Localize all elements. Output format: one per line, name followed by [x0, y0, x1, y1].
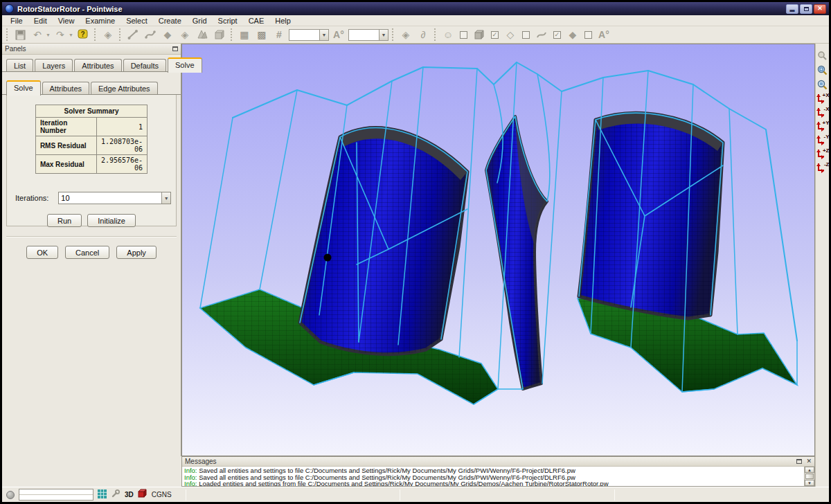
scroll-up-icon[interactable]: ▲ — [805, 467, 814, 473]
menu-script[interactable]: Script — [213, 16, 243, 26]
mask-connector-icon[interactable] — [534, 28, 549, 42]
vertex-marker[interactable] — [324, 254, 332, 262]
menu-grid[interactable]: Grid — [187, 16, 213, 26]
view-minus-x-button[interactable]: -X — [816, 107, 829, 118]
menu-create[interactable]: Create — [153, 16, 187, 26]
view-minus-z-button[interactable]: -Z — [816, 162, 829, 174]
ok-button[interactable]: OK — [26, 246, 58, 259]
boundary-icon[interactable]: ∂ — [416, 28, 431, 42]
menu-examine[interactable]: Examine — [80, 16, 120, 26]
curve-icon[interactable] — [143, 28, 158, 42]
blade-right[interactable] — [579, 113, 723, 318]
redo-dropdown-icon[interactable]: ▼ — [69, 33, 73, 37]
panels-float-icon[interactable] — [172, 46, 178, 51]
help-icon[interactable]: ? — [75, 28, 91, 42]
tab-attributes[interactable]: Attributes — [74, 59, 121, 72]
apply-button[interactable]: Apply — [116, 246, 157, 259]
menu-help[interactable]: Help — [269, 16, 296, 26]
zoom-level-icon[interactable] — [816, 78, 829, 91]
spacing-icon[interactable]: A° — [331, 28, 346, 42]
mode-3d-label[interactable]: 3D — [125, 491, 134, 498]
toolbar-grip[interactable] — [231, 28, 233, 41]
toolbar-grip[interactable] — [94, 28, 97, 41]
view-plus-z-button[interactable]: +Z — [816, 148, 829, 160]
block-icon[interactable] — [212, 28, 227, 42]
mask-domain-icon[interactable]: ◇ — [503, 28, 518, 42]
zoom-icon[interactable] — [816, 49, 829, 62]
undo-dropdown-icon[interactable]: ▼ — [46, 33, 51, 37]
3d-scene[interactable] — [182, 44, 814, 456]
tab-layers[interactable]: Layers — [35, 59, 73, 72]
tab-list[interactable]: List — [6, 59, 33, 72]
toolbar-grip[interactable] — [392, 28, 395, 41]
initialize-button[interactable]: Initialize — [87, 214, 136, 227]
unstructured-grid-icon[interactable]: ▩ — [254, 28, 269, 42]
redo-icon[interactable]: ↷ — [53, 28, 68, 42]
surface-icon[interactable]: ◈ — [177, 28, 193, 42]
mask-face-icon[interactable]: ☺ — [440, 28, 456, 42]
grid-mode-icon[interactable] — [98, 489, 107, 501]
iterations-input[interactable] — [59, 192, 161, 204]
cae-format-label[interactable]: CGNS — [152, 491, 172, 498]
tab-defaults[interactable]: Defaults — [123, 59, 166, 72]
layers-icon[interactable]: ◈ — [100, 28, 116, 42]
view-plus-y-button[interactable]: +Y — [816, 120, 829, 132]
tool-wrench-icon[interactable] — [111, 489, 120, 501]
messages-close-icon[interactable]: ✕ — [806, 458, 812, 465]
run-button[interactable]: Run — [47, 214, 82, 227]
panels-header[interactable]: Panels — [2, 44, 181, 55]
mask-spacing-icon[interactable]: A° — [596, 28, 611, 42]
subtab-attributes[interactable]: Attributes — [42, 82, 89, 95]
zoom-box-icon[interactable] — [816, 64, 829, 76]
undo-icon[interactable]: ↶ — [30, 28, 45, 42]
scroll-down-icon[interactable]: ▼ — [805, 480, 814, 486]
3d-viewport[interactable] — [181, 44, 815, 456]
spacing-combo-input[interactable] — [349, 30, 379, 40]
iterations-combo[interactable]: ▼ — [58, 192, 171, 204]
menu-cae[interactable]: CAE — [243, 16, 270, 26]
menu-file[interactable]: File — [5, 16, 28, 26]
view-plus-x-button[interactable]: +X — [816, 93, 829, 105]
save-icon[interactable] — [12, 28, 28, 42]
domain-icon[interactable]: ◆ — [160, 28, 175, 42]
dimension-combo-arrow-icon[interactable]: ▼ — [319, 30, 328, 40]
iterations-combo-arrow-icon[interactable]: ▼ — [161, 192, 170, 204]
subtab-solve[interactable]: Solve — [6, 80, 41, 96]
cae-cube-icon[interactable] — [138, 489, 148, 501]
mask-block-icon[interactable] — [472, 28, 487, 42]
messages-scrollbar[interactable]: ▲ ▼ — [805, 467, 814, 486]
mask-block-checkbox[interactable]: ✓ — [491, 31, 499, 39]
spacing-combo-arrow-icon[interactable]: ▼ — [379, 30, 388, 40]
messages-float-icon[interactable] — [796, 459, 802, 464]
scroll-thumb[interactable] — [805, 474, 814, 479]
toolbar-grip[interactable] — [434, 28, 437, 41]
mask-domain-checkbox[interactable] — [522, 31, 530, 39]
close-button[interactable]: ✕ — [814, 4, 826, 14]
menu-view[interactable]: View — [53, 16, 80, 26]
view-minus-y-button[interactable]: -Y — [816, 134, 829, 146]
tab-solve[interactable]: Solve — [168, 57, 202, 73]
connector-icon[interactable] — [125, 28, 141, 42]
dimension-combo-input[interactable] — [289, 30, 319, 40]
title-bar[interactable]: RotorStatorRotor - Pointwise ▂ ✕ — [2, 2, 829, 15]
messages-header[interactable]: Messages ✕ — [182, 457, 814, 467]
dimension-icon[interactable]: # — [271, 28, 287, 42]
mask-database-checkbox[interactable] — [584, 31, 592, 39]
mask-face-checkbox[interactable] — [460, 31, 467, 39]
dimension-combo[interactable]: ▼ — [289, 29, 329, 41]
structured-grid-icon[interactable]: ▦ — [237, 28, 252, 42]
restore-button[interactable] — [800, 4, 812, 14]
menu-edit[interactable]: Edit — [28, 16, 53, 26]
project-icon[interactable]: ◈ — [398, 28, 413, 42]
spacing-combo[interactable]: ▼ — [348, 29, 388, 41]
mask-database-icon[interactable]: ◆ — [565, 28, 580, 42]
toolbar-grip[interactable] — [119, 28, 122, 41]
messages-log[interactable]: Info: Saved all entities and settings to… — [182, 467, 805, 486]
subtab-edge-attributes[interactable]: Edge Attributes — [91, 82, 158, 95]
minimize-button[interactable]: ▂ — [786, 4, 798, 14]
extrude-icon[interactable] — [195, 28, 210, 42]
menu-select[interactable]: Select — [120, 16, 153, 26]
mask-connector-checkbox[interactable]: ✓ — [553, 31, 561, 39]
toolbar-grip[interactable] — [6, 28, 9, 41]
cancel-button[interactable]: Cancel — [65, 246, 109, 259]
